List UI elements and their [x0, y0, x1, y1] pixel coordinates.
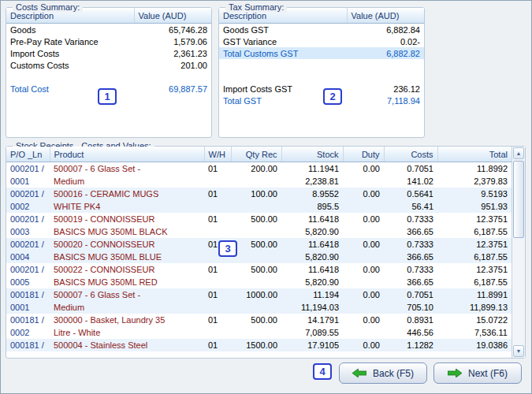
- total-cell: 12.3751: [437, 213, 512, 225]
- summary-row-label: Import Costs: [6, 47, 134, 59]
- stock-row[interactable]: 0002 Litre - White 7,089.55 446.56 7,536…: [6, 326, 512, 339]
- total-cell: 19.0386: [437, 339, 512, 351]
- product-cell: Medium: [50, 175, 204, 188]
- qty-rec-cell: 1000.00: [231, 288, 281, 301]
- stock-row[interactable]: 0001 Medium 2,238.81 141.02 2,379.83: [6, 175, 512, 188]
- stock-row[interactable]: 000201 / 500020 - CONNOISSEUR 01 500.00 …: [6, 238, 512, 251]
- summary-row: [219, 59, 424, 71]
- duty-cell: 0.00: [343, 339, 384, 351]
- next-button[interactable]: Next (F6): [433, 362, 522, 384]
- callout-badge-1: 1: [98, 88, 117, 105]
- stock-row[interactable]: 000181 / 500004 - Stainless Steel 01 150…: [6, 339, 512, 351]
- duty-cell: [343, 326, 384, 339]
- summary-row-value: 6,882.82: [347, 47, 424, 59]
- column-header-po-ln[interactable]: P/O _Ln: [6, 147, 50, 162]
- summary-row: Total Customs GST 6,882.82: [219, 47, 424, 59]
- total-cell: 12.3751: [437, 238, 512, 251]
- po-ln-cell: 0001: [6, 175, 50, 188]
- qty-rec-cell: 500.00: [231, 314, 281, 326]
- qty-rec-cell: [231, 251, 281, 263]
- summary-row: Goods 65,746.28: [6, 24, 211, 36]
- vertical-scrollbar[interactable]: ▲ ▼: [512, 147, 525, 358]
- duty-cell: [343, 225, 384, 238]
- total-cell: 6,187.55: [437, 276, 512, 288]
- warehouse-cell: [204, 175, 231, 188]
- summary-row: GST Variance 0.02-: [219, 35, 424, 47]
- warehouse-cell: [204, 301, 231, 314]
- stock-cell: 5,820.90: [281, 276, 343, 288]
- warehouse-cell: [204, 276, 231, 288]
- costs-cell: 0.7333: [384, 238, 437, 251]
- total-cell: 11.8991: [437, 288, 512, 301]
- costs-summary-groupbox: Costs Summary: Description Value (AUD) G…: [6, 7, 212, 138]
- down-arrow-icon: ▼: [516, 348, 522, 354]
- column-header-costs[interactable]: Costs: [384, 147, 437, 162]
- stock-row[interactable]: 0004 BASICS MUG 350ML BLUE 5,820.90 366.…: [6, 251, 512, 263]
- back-arrow-icon: [352, 369, 366, 377]
- scroll-down-button[interactable]: ▼: [513, 345, 524, 357]
- back-button-label: Back (F5): [373, 368, 414, 379]
- total-cell: 11,899.13: [437, 301, 512, 314]
- up-arrow-icon: ▲: [516, 151, 522, 156]
- po-ln-cell: 000181 /: [6, 314, 50, 326]
- summary-row-value: 2,361.23: [134, 47, 211, 59]
- costs-cell: 0.7051: [384, 288, 437, 301]
- qty-rec-cell: 500.00: [231, 238, 281, 251]
- stock-row[interactable]: 000201 / 500016 - CERAMIC MUGS 01 100.00…: [6, 188, 512, 200]
- stock-cell: 2,238.81: [281, 175, 343, 188]
- po-ln-cell: 000201 /: [6, 238, 50, 251]
- po-ln-cell: 0004: [6, 251, 50, 263]
- total-cell: 951.93: [437, 200, 512, 213]
- stock-cell: 8.9552: [281, 188, 343, 200]
- scroll-thumb[interactable]: [513, 161, 524, 238]
- duty-cell: 0.00: [343, 238, 384, 251]
- tax-summary-groupbox: Tax Summary: Description Value (AUD) Goo…: [218, 7, 425, 138]
- qty-rec-cell: 500.00: [231, 263, 281, 276]
- duty-cell: 0.00: [343, 263, 384, 276]
- stock-cell: 5,820.90: [281, 251, 343, 263]
- costs-cell: 446.56: [384, 326, 437, 339]
- summary-row-label: [6, 71, 134, 83]
- tax-summary-table: Description Value (AUD) Goods GST 6,882.…: [219, 8, 424, 106]
- stock-row[interactable]: 0003 BASICS MUG 350ML BLACK 5,820.90 366…: [6, 225, 512, 238]
- stock-row[interactable]: 0001 Medium 11,194.03 705.10 11,899.13: [6, 301, 512, 314]
- stock-cell: 7,089.55: [281, 326, 343, 339]
- stock-row[interactable]: 000201 / 500019 - CONNOISSEUR 01 500.00 …: [6, 213, 512, 225]
- duty-cell: [343, 175, 384, 188]
- stock-row[interactable]: 000181 / 500007 - 6 Glass Set - 01 1000.…: [6, 288, 512, 301]
- summary-row: Import Costs 2,361.23: [6, 47, 211, 59]
- column-header-stock[interactable]: Stock: [281, 147, 343, 162]
- costs-summary-table: Description Value (AUD) Goods 65,746.28 …: [6, 8, 211, 95]
- column-header-wh[interactable]: W/H: [204, 147, 231, 162]
- stock-cell: 11,194.03: [281, 301, 343, 314]
- tax-summary-title: Tax Summary:: [225, 2, 287, 13]
- costs-cell: 0.8931: [384, 314, 437, 326]
- summary-row-label: Pre-Pay Rate Variance: [6, 35, 134, 47]
- stock-row[interactable]: 000181 / 300000 - Basket, Laundry 35 01 …: [6, 314, 512, 326]
- column-header-product[interactable]: Product: [50, 147, 204, 162]
- po-ln-cell: 000201 /: [6, 263, 50, 276]
- duty-cell: [343, 301, 384, 314]
- scroll-up-button[interactable]: ▲: [513, 147, 524, 159]
- stock-row[interactable]: 0002 WHITE PK4 895.5 56.41 951.93: [6, 200, 512, 213]
- stock-row[interactable]: 0005 BASICS MUG 350ML RED 5,820.90 366.6…: [6, 276, 512, 288]
- summary-row-value: 1,579.06: [134, 35, 211, 47]
- summary-row-label: GST Variance: [219, 35, 347, 47]
- back-button[interactable]: Back (F5): [339, 362, 427, 384]
- column-header-total[interactable]: Total: [437, 147, 512, 162]
- summary-row-label: [219, 59, 347, 71]
- qty-rec-cell: 200.00: [231, 162, 281, 176]
- column-header-qty-rec[interactable]: Qty Rec: [231, 147, 281, 162]
- costs-cell: 141.02: [384, 175, 437, 188]
- product-cell: 500022 - CONNOISSEUR: [50, 263, 204, 276]
- summary-row-value: 69,887.57: [134, 83, 211, 95]
- costs-cell: 366.65: [384, 251, 437, 263]
- qty-rec-cell: [231, 225, 281, 238]
- summary-row-value: [347, 71, 424, 83]
- costs-cell: 0.7333: [384, 213, 437, 225]
- callout-badge-3: 3: [218, 240, 237, 257]
- stock-row[interactable]: 000201 / 500022 - CONNOISSEUR 01 500.00 …: [6, 263, 512, 276]
- stock-row[interactable]: 000201 / 500007 - 6 Glass Set - 01 200.0…: [6, 162, 512, 176]
- costs-cell: 0.7051: [384, 162, 437, 176]
- column-header-duty[interactable]: Duty: [343, 147, 384, 162]
